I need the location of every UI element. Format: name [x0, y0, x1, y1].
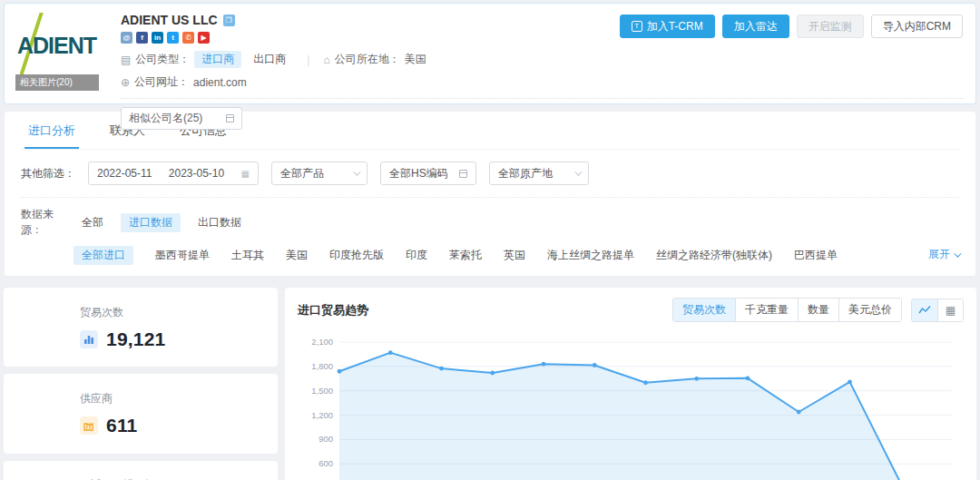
chevron-down-icon	[353, 168, 360, 175]
company-header-card: ADIENT 相关图片(20) ADIENT US LLC ❐ @ f in t…	[4, 3, 976, 104]
grid-icon: ▦	[946, 305, 956, 316]
metric-kg-weight[interactable]: 千克重量	[736, 299, 799, 321]
trade-count-card: 贸易次数 19,121	[4, 288, 278, 367]
filter-row: 其他筛选： 2022-05-11 2023-05-10 ▦ 全部产品 全部HS编…	[21, 162, 959, 185]
company-name: ADIENT US LLC	[121, 13, 218, 27]
start-monitor-button[interactable]: 开启监测	[797, 15, 864, 38]
metric-trade-count[interactable]: 贸易次数	[673, 299, 736, 321]
date-end: 2023-05-10	[169, 167, 224, 180]
region-tab-turkey[interactable]: 土耳其	[231, 248, 264, 263]
similar-company-select-label: 相似公司名(25)	[129, 111, 202, 126]
svg-text:600: 600	[318, 458, 333, 468]
region-tab-usa[interactable]: 美国	[286, 248, 308, 263]
region-tab-all-import[interactable]: 全部进口	[74, 246, 133, 265]
bar-chart-icon	[80, 330, 98, 348]
globe-icon: ⊕	[121, 76, 130, 89]
data-source-row: 数据来源： 全部 进口数据 出口数据	[21, 207, 959, 238]
data-source-label: 数据来源：	[21, 207, 74, 238]
panel-icon	[459, 170, 467, 178]
supplier-value: 611	[106, 415, 137, 436]
region-tab-india[interactable]: 印度	[406, 248, 427, 263]
region-tab-maritime-silk-road[interactable]: 海上丝绸之路提单	[547, 248, 634, 263]
trend-line-chart[interactable]: 03006009001,2001,5001,8002,1002022-05202…	[298, 329, 963, 480]
region-tab-silk-road-belt[interactable]: 丝绸之路经济带(独联体)	[656, 248, 772, 263]
tcrm-icon: T	[632, 21, 642, 32]
region-tab-uk[interactable]: 英国	[504, 248, 525, 263]
factory-icon	[80, 416, 98, 435]
stats-column: 贸易次数 19,121 供应商 611 最近一次进口记录	[4, 288, 278, 480]
location-value: 美国	[405, 52, 426, 67]
website-label: 公司网址：	[134, 74, 189, 90]
chevron-down-icon	[574, 168, 582, 175]
import-trend-card: 进口贸易趋势 贸易次数 千克重量 数量 美元总价 ▦ 03006009001,2…	[285, 288, 976, 480]
source-export-data[interactable]: 出口数据	[190, 213, 250, 232]
meta-divider: |	[307, 54, 309, 66]
region-tab-mexico-bol[interactable]: 墨西哥提单	[155, 248, 210, 263]
twitter-icon[interactable]: t	[167, 32, 179, 44]
website-icon[interactable]: @	[121, 32, 132, 44]
filter-label: 其他筛选：	[21, 166, 75, 181]
calendar-icon: ▦	[241, 169, 250, 179]
linkedin-icon[interactable]: in	[152, 32, 163, 44]
svg-text:900: 900	[318, 434, 333, 444]
view-toggle-group: ▦	[911, 299, 964, 322]
svg-text:1,200: 1,200	[311, 410, 333, 420]
add-tcrm-button[interactable]: T 加入T-CRM	[620, 15, 715, 38]
trade-count-value: 19,121	[106, 328, 165, 350]
company-type-label: 公司类型：	[135, 52, 190, 67]
filter-dotted-divider	[21, 197, 959, 198]
supplier-label: 供应商	[80, 391, 278, 407]
region-tabs: 全部进口 墨西哥提单 土耳其 美国 印度抢先版 印度 莱索托 英国 海上丝绸之路…	[21, 246, 959, 265]
chevron-down-icon	[954, 250, 961, 257]
phone-icon[interactable]: ✆	[182, 32, 194, 44]
panel-icon	[226, 114, 234, 122]
website-value[interactable]: adient.com	[193, 76, 247, 89]
date-start: 2022-05-11	[97, 167, 152, 180]
svg-text:1,800: 1,800	[311, 361, 333, 371]
tab-import-analysis[interactable]: 进口分析	[24, 112, 79, 149]
facebook-icon[interactable]: f	[136, 32, 148, 44]
region-tab-india-preview[interactable]: 印度抢先版	[329, 248, 384, 263]
youtube-icon[interactable]: ▶	[198, 32, 210, 44]
metric-quantity[interactable]: 数量	[799, 299, 839, 321]
last-import-card: 最近一次进口记录 2023-05-05	[4, 461, 278, 480]
supplier-card: 供应商 611	[4, 374, 278, 453]
metric-toggle-group: 贸易次数 千克重量 数量 美元总价	[672, 298, 902, 322]
line-chart-view-button[interactable]	[912, 299, 937, 321]
add-radar-button[interactable]: 加入雷达	[722, 15, 789, 38]
exporter-tag[interactable]: 出口商	[246, 51, 293, 68]
trade-count-label: 贸易次数	[80, 305, 278, 320]
hs-code-select[interactable]: 全部HS编码	[380, 162, 476, 185]
analysis-panel: 进口分析 联系人 公司信息 其他筛选： 2022-05-11 2023-05-1…	[4, 111, 976, 277]
location-label: 公司所在地：	[335, 52, 400, 67]
related-images-badge[interactable]: 相关图片(20)	[15, 74, 99, 91]
svg-text:1,500: 1,500	[311, 386, 333, 396]
svg-text:2,100: 2,100	[311, 337, 333, 347]
date-range-picker[interactable]: 2022-05-11 2023-05-10 ▦	[88, 162, 259, 185]
logo-text: ADIENT	[17, 33, 96, 59]
import-crm-button[interactable]: 导入内部CRM	[871, 15, 963, 38]
importer-tag[interactable]: 进口商	[194, 51, 241, 68]
expand-link[interactable]: 展开	[928, 247, 959, 262]
similar-company-select[interactable]: 相似公司名(25)	[121, 107, 242, 130]
header-dotted-divider	[121, 98, 965, 99]
chart-title: 进口贸易趋势	[298, 302, 672, 318]
source-all[interactable]: 全部	[74, 213, 112, 232]
header-action-buttons: T 加入T-CRM 加入雷达 开启监测 导入内部CRM	[620, 15, 963, 38]
company-type-icon: ▤	[121, 54, 131, 66]
region-tab-brazil-bol[interactable]: 巴西提单	[794, 248, 838, 263]
product-select[interactable]: 全部产品	[271, 162, 368, 185]
company-logo: ADIENT 相关图片(20)	[15, 13, 106, 94]
region-tab-lesotho[interactable]: 莱索托	[449, 248, 482, 263]
metric-usd-total[interactable]: 美元总价	[839, 299, 901, 321]
copy-icon[interactable]: ❐	[223, 15, 235, 26]
origin-select[interactable]: 全部原产地	[489, 162, 589, 185]
source-import-data[interactable]: 进口数据	[121, 213, 181, 232]
location-icon: ⌂	[323, 54, 329, 66]
table-view-button[interactable]: ▦	[937, 299, 963, 321]
